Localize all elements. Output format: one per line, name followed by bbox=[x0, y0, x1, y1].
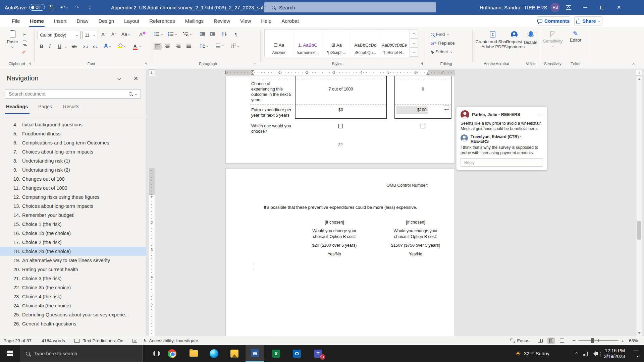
nav-heading-item[interactable]: 17.Choice 2 (the risk) bbox=[0, 238, 147, 247]
comment-reply-input[interactable]: Reply bbox=[461, 158, 543, 167]
editor-button[interactable]: ✎ Editor bbox=[567, 31, 584, 43]
style-iscript-qu[interactable]: AaBbCcDdiScript-Qu... bbox=[351, 30, 380, 57]
page-indicator[interactable]: Page 23 of 37 bbox=[3, 338, 32, 343]
share-button[interactable]: Share bbox=[574, 16, 602, 25]
nav-heading-item[interactable]: 9.Understanding risk (2) bbox=[0, 165, 147, 174]
text-effects-button[interactable]: A bbox=[104, 43, 111, 49]
start-button[interactable] bbox=[0, 345, 20, 362]
document-title[interactable]: Appendix 2. US Adult chronic survey_2_17… bbox=[111, 5, 265, 10]
nav-tab-headings[interactable]: Headings bbox=[6, 104, 28, 109]
copy-button[interactable] bbox=[23, 41, 26, 45]
first-line-indent-marker[interactable] bbox=[251, 70, 254, 72]
text-predictions-status[interactable]: Text Predictions: On bbox=[83, 338, 123, 343]
clear-formatting-button[interactable]: A bbox=[139, 32, 145, 37]
user-name[interactable]: Hoffmann, Sandra - REE-ERS bbox=[480, 5, 547, 10]
format-painter-button[interactable]: ✎ bbox=[22, 49, 26, 55]
nav-heading-item[interactable]: 19.An alternative way to rate illness se… bbox=[0, 256, 147, 265]
tab-layout[interactable]: Layout bbox=[119, 15, 144, 27]
word-count[interactable]: 4164 words bbox=[42, 338, 65, 343]
excel-app-button[interactable]: X bbox=[267, 345, 285, 362]
nav-heading-item[interactable]: 21.Choice 3 (the risk) bbox=[0, 274, 147, 283]
font-name-combobox[interactable]: Calibri (Body) bbox=[38, 31, 80, 39]
nav-heading-item[interactable]: 22.Choice 3b (the choice) bbox=[0, 283, 147, 292]
minimize-button[interactable] bbox=[578, 0, 593, 15]
tab-home[interactable]: Home bbox=[25, 15, 49, 27]
style-iscript[interactable]: ⊞ Aa¶ iScript-... bbox=[322, 30, 351, 57]
nav-heading-item[interactable]: 12.Comparing risks using these figures bbox=[0, 192, 147, 201]
tray-show-hidden-icons-button[interactable] bbox=[571, 345, 581, 362]
navigation-search-box[interactable]: Search document bbox=[5, 89, 141, 99]
collapse-ribbon-button[interactable] bbox=[633, 63, 635, 66]
align-right-button[interactable] bbox=[176, 44, 180, 48]
undo-button[interactable]: ↶ bbox=[58, 0, 70, 15]
sort-button[interactable]: AZ bbox=[222, 31, 227, 36]
nav-heading-item[interactable]: 20.Rating your current health bbox=[0, 265, 147, 274]
shading-button[interactable] bbox=[216, 44, 224, 47]
select-button[interactable]: Select bbox=[431, 49, 452, 54]
proofing-errors-icon[interactable] bbox=[74, 339, 79, 343]
word-app-button[interactable]: W bbox=[246, 345, 264, 362]
font-dialog-launcher[interactable] bbox=[144, 62, 147, 65]
action-center-button[interactable] bbox=[629, 345, 643, 362]
underline-button[interactable]: U bbox=[58, 43, 61, 49]
multilevel-list-button[interactable] bbox=[183, 32, 192, 36]
styles-scroll-down-button[interactable] bbox=[410, 39, 418, 48]
nav-heading-item[interactable]: 13.Choices about long-term impacts bbox=[0, 201, 147, 210]
styles-scroll-up-button[interactable] bbox=[410, 29, 418, 39]
zoom-slider-thumb[interactable] bbox=[591, 338, 594, 343]
close-button[interactable]: ✕ bbox=[611, 0, 627, 15]
nav-tab-pages[interactable]: Pages bbox=[38, 104, 52, 109]
comment-marker-icon[interactable] bbox=[444, 106, 449, 110]
scroll-down-button[interactable] bbox=[637, 330, 642, 336]
font-size-combobox[interactable]: 11 bbox=[83, 31, 98, 39]
avatar[interactable]: HS bbox=[550, 3, 560, 12]
comment-more-options-icon[interactable]: ··· bbox=[538, 112, 543, 117]
tab-draw[interactable]: Draw bbox=[71, 15, 93, 27]
nav-heading-item[interactable]: 14.Remember your budget! bbox=[0, 210, 147, 220]
taskbar-search-box[interactable]: Type here to search bbox=[20, 345, 143, 362]
print-layout-button[interactable] bbox=[547, 338, 555, 344]
cut-button[interactable]: ✂ bbox=[23, 32, 27, 37]
tab-file[interactable]: File bbox=[7, 15, 25, 27]
web-layout-button[interactable] bbox=[558, 338, 566, 344]
bullets-button[interactable] bbox=[154, 32, 163, 36]
edge-app-button[interactable] bbox=[205, 345, 223, 362]
nav-heading-item[interactable]: 8.Understanding risk (1) bbox=[0, 156, 147, 165]
right-indent-marker[interactable] bbox=[426, 73, 429, 75]
search-options-chevron-icon[interactable] bbox=[135, 93, 137, 95]
zoom-in-button[interactable]: + bbox=[621, 338, 624, 344]
titlebar-search-box[interactable]: Search bbox=[264, 2, 436, 12]
find-button[interactable]: Find bbox=[431, 32, 449, 37]
styles-dialog-launcher[interactable] bbox=[420, 62, 423, 65]
comments-button[interactable]: Comments bbox=[537, 16, 570, 25]
nav-heading-item[interactable]: 18.Choice 2b (the choice) bbox=[0, 247, 147, 256]
show-formatting-marks-button[interactable]: ¶ bbox=[235, 32, 237, 37]
focus-mode-button[interactable]: Focus bbox=[517, 338, 530, 343]
replace-button[interactable]: b⇄Replace bbox=[431, 41, 455, 46]
decrease-indent-button[interactable] bbox=[200, 32, 205, 36]
grow-font-button[interactable]: Aˆ bbox=[101, 32, 107, 37]
tab-view[interactable]: View bbox=[235, 15, 256, 27]
tab-insert[interactable]: Insert bbox=[49, 15, 72, 27]
align-center-button[interactable] bbox=[165, 44, 170, 48]
superscript-button[interactable]: x2 bbox=[93, 44, 98, 49]
weather-widget[interactable]: ☀ 32°F Sunny bbox=[515, 345, 549, 362]
ribbon-display-options-button[interactable] bbox=[561, 0, 576, 15]
style-harmonise[interactable]: 1. AaBbCharmonise... bbox=[293, 30, 322, 57]
nav-heading-item[interactable]: 7.Choices about long-term impacts bbox=[0, 147, 147, 156]
navigation-pane-close-icon[interactable]: ✕ bbox=[133, 75, 138, 82]
tab-references[interactable]: References bbox=[144, 15, 180, 27]
tab-help[interactable]: Help bbox=[256, 15, 276, 27]
zoom-level[interactable]: 68% bbox=[629, 338, 638, 343]
file-explorer-button[interactable] bbox=[184, 345, 203, 362]
nav-heading-item[interactable]: 11.Changes out of 1000 bbox=[0, 183, 147, 192]
numbering-button[interactable] bbox=[168, 32, 177, 36]
comment-card[interactable]: Parker, Julie - REE-ERS ··· Seems like a… bbox=[456, 107, 547, 170]
zoom-out-button[interactable]: − bbox=[572, 337, 576, 344]
align-left-button[interactable] bbox=[154, 43, 162, 50]
styles-gallery-expand-button[interactable] bbox=[410, 48, 418, 57]
italic-button[interactable]: I bbox=[49, 43, 51, 49]
nav-heading-item[interactable]: 15.Choice 1 (the risk) bbox=[0, 220, 147, 229]
autosave-toggle[interactable]: Off bbox=[29, 4, 45, 11]
tab-stop-selector[interactable]: L bbox=[149, 69, 155, 76]
